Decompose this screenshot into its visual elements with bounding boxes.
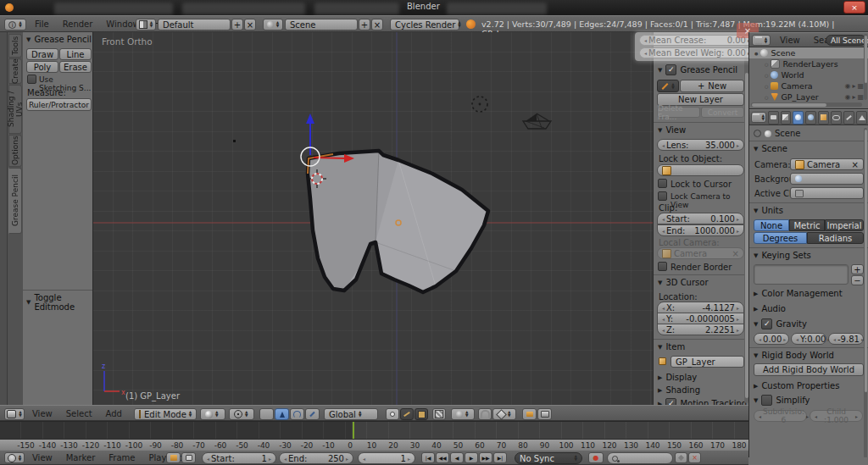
tab-modifiers[interactable] bbox=[843, 111, 854, 125]
outliner-item-camera[interactable]: ○Camera◉▸▦ bbox=[749, 80, 868, 91]
gp-new-button[interactable]: + New bbox=[680, 80, 744, 92]
outliner-vscrollbar[interactable] bbox=[864, 34, 867, 100]
layout-delete-button[interactable]: × bbox=[244, 19, 256, 30]
viewport-3d[interactable]: z x Front Ortho (1) GP_Layer bbox=[93, 32, 653, 405]
scene-name-field[interactable]: Scene bbox=[285, 19, 358, 30]
simplify-checkbox[interactable] bbox=[761, 395, 772, 406]
np-shading-header[interactable]: ▶ Shading bbox=[658, 385, 700, 395]
manipulator-translate-button[interactable] bbox=[275, 408, 289, 420]
vertex-select-button[interactable] bbox=[386, 408, 399, 420]
tab-world[interactable] bbox=[805, 111, 816, 125]
clear-icon[interactable]: × bbox=[840, 160, 859, 169]
expand-icon[interactable]: ○ bbox=[765, 73, 768, 78]
menu-file[interactable]: File bbox=[28, 16, 56, 32]
lens-field[interactable]: Lens:35.000 bbox=[657, 139, 744, 151]
properties-vscrollbar[interactable] bbox=[864, 128, 867, 458]
np-view-header[interactable]: ▼ View bbox=[658, 125, 686, 135]
gravity-y-field[interactable]: Y:0.00 bbox=[791, 333, 826, 345]
manipulator-scale-button[interactable] bbox=[305, 408, 320, 420]
shelf-tab-options[interactable]: Options bbox=[8, 135, 22, 167]
expand-icon[interactable]: ○ bbox=[765, 95, 768, 100]
face-select-button[interactable] bbox=[415, 408, 428, 420]
keying-set-field[interactable] bbox=[607, 452, 673, 464]
menu-render[interactable]: Render bbox=[56, 16, 100, 32]
outliner-item-world[interactable]: ○World bbox=[749, 69, 868, 80]
np-grease-pencil-header[interactable]: ▼ ✓ Grease Pencil bbox=[658, 64, 737, 75]
np-item-header[interactable]: ▼ Item bbox=[658, 342, 685, 352]
menu-frame[interactable]: Frame bbox=[102, 450, 142, 465]
lock-camera-checkbox[interactable] bbox=[658, 191, 667, 201]
item-name-field[interactable]: GP_Layer bbox=[670, 356, 744, 368]
gravity-z-field[interactable]: -9.81 bbox=[828, 333, 864, 345]
keying-set-remove-button[interactable]: − bbox=[851, 275, 864, 285]
units-panel-header[interactable]: ▼ Units bbox=[754, 206, 783, 215]
line-button[interactable]: Line bbox=[59, 48, 92, 60]
shelf-tab-shading-uvs[interactable]: Shading / UVs bbox=[8, 85, 22, 134]
viewport-shading-select[interactable] bbox=[200, 408, 225, 420]
draw-button[interactable]: Draw bbox=[26, 48, 58, 60]
info-editor-type-icon[interactable]: i bbox=[4, 19, 26, 30]
poly-button[interactable]: Poly bbox=[26, 61, 58, 73]
selectable-toggle-icon[interactable]: ▸ bbox=[852, 93, 855, 101]
background-picker[interactable] bbox=[790, 173, 864, 185]
proportional-edit-select[interactable] bbox=[451, 408, 475, 420]
expand-icon[interactable]: ○ bbox=[765, 62, 768, 67]
expand-icon[interactable]: ○ bbox=[765, 84, 768, 89]
scrollbar-thumb[interactable] bbox=[752, 103, 826, 107]
menu-view[interactable]: View bbox=[773, 32, 807, 48]
screen-layout-icon-button[interactable] bbox=[136, 19, 156, 30]
np-display-header[interactable]: ▶ Display bbox=[658, 373, 697, 382]
cursor-x-field[interactable]: X:-4.1127 bbox=[657, 302, 744, 313]
simplify-child-field[interactable]: Child :1.000 bbox=[810, 410, 863, 422]
jump-to-start-button[interactable]: |◀ bbox=[421, 452, 435, 463]
ruler-protractor-button[interactable]: Ruler/Protractor bbox=[26, 98, 92, 111]
orientation-select[interactable]: Global bbox=[324, 408, 378, 420]
tab-render-layers[interactable] bbox=[781, 111, 792, 125]
pin-icon[interactable] bbox=[754, 130, 761, 137]
selectable-toggle-icon[interactable]: ▸ bbox=[852, 82, 855, 90]
keying-set-add-button[interactable]: + bbox=[851, 264, 864, 274]
shelf-tab-create[interactable]: Create bbox=[8, 58, 22, 84]
current-frame-field[interactable]: 1 bbox=[358, 452, 415, 464]
gravity-checkbox[interactable]: ✓ bbox=[761, 318, 772, 329]
lock-to-object-picker[interactable] bbox=[657, 164, 744, 176]
prev-keyframe-button[interactable]: ◀◀ bbox=[436, 452, 449, 463]
frame-end-field[interactable]: End:250 bbox=[279, 452, 353, 464]
view3d-editor-type-icon[interactable] bbox=[4, 408, 25, 420]
scene-delete-button[interactable]: × bbox=[371, 19, 383, 30]
outliner-editor-type-icon[interactable] bbox=[752, 35, 771, 46]
auto-keyframe-button[interactable]: ● bbox=[588, 452, 604, 463]
frame-start-field[interactable]: Start:1 bbox=[202, 452, 276, 464]
active-clip-picker[interactable] bbox=[790, 187, 864, 199]
scene-add-button[interactable]: + bbox=[359, 19, 370, 30]
translate-z-arrow-icon[interactable] bbox=[306, 113, 314, 124]
clip-start-field[interactable]: Start:0.100 bbox=[657, 213, 744, 224]
delete-keyframe-button[interactable]: × bbox=[688, 452, 701, 463]
gp-convert-button[interactable]: Convert bbox=[701, 107, 744, 118]
units-metric-button[interactable]: Metric bbox=[789, 219, 825, 231]
menu-view[interactable]: View bbox=[25, 450, 59, 465]
tab-render[interactable] bbox=[768, 111, 779, 125]
render-toggle-icon[interactable]: ▦ bbox=[857, 93, 864, 101]
lock-to-cursor-checkbox[interactable] bbox=[658, 179, 667, 188]
timeline-ruler[interactable]: -150-140-130-120-110-100-90-80-70-60-50-… bbox=[0, 439, 748, 451]
jump-to-end-button[interactable]: ▶| bbox=[493, 452, 507, 463]
next-keyframe-button[interactable]: ▶▶ bbox=[479, 452, 492, 463]
use-sketching-checkbox[interactable] bbox=[27, 75, 36, 84]
cursor-y-field[interactable]: Y:-0.0000005 bbox=[657, 313, 744, 324]
tab-object[interactable] bbox=[818, 111, 829, 125]
gravity-x-field[interactable]: 0.00 bbox=[754, 333, 789, 345]
menu-marker[interactable]: Marker bbox=[59, 450, 103, 465]
pivot-select[interactable] bbox=[229, 408, 254, 420]
render-engine-select[interactable]: Cycles Render bbox=[390, 19, 459, 30]
occlude-geometry-button[interactable] bbox=[432, 408, 446, 420]
eye-toggle-icon[interactable]: ◉ bbox=[844, 82, 850, 90]
local-camera-picker[interactable]: Camera × bbox=[657, 247, 744, 259]
manipulator-rotate-button[interactable] bbox=[290, 408, 304, 420]
units-imperial-button[interactable]: Imperial bbox=[825, 219, 864, 231]
units-none-button[interactable]: None bbox=[754, 219, 789, 231]
add-rigid-body-world-button[interactable]: Add Rigid Body World bbox=[754, 363, 864, 376]
sync-select[interactable]: No Sync bbox=[515, 452, 582, 464]
snap-toggle-button[interactable] bbox=[478, 408, 492, 420]
clip-end-field[interactable]: End:1000.000 bbox=[657, 224, 744, 236]
